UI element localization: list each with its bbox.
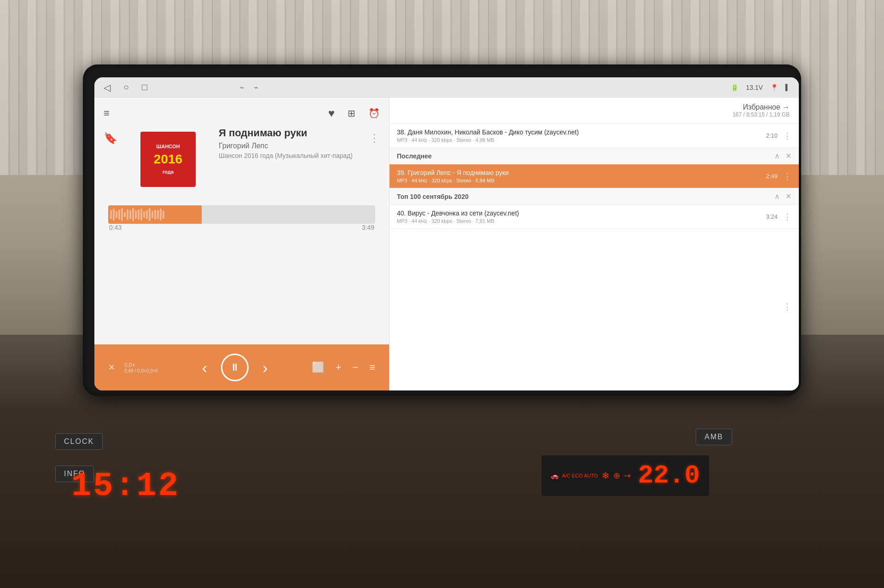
ac-temperature: 22.0 xyxy=(638,461,700,490)
nav-icons: ◁ ○ □ xyxy=(104,82,147,93)
clock-display: 15:12 xyxy=(71,467,180,505)
heat-arrow-icon: ↗ xyxy=(621,470,633,482)
amb-button[interactable]: AMB xyxy=(696,429,732,445)
voltage-display: 13.1V xyxy=(746,84,763,91)
track-row-39[interactable]: 39. Григорий Лепс - Я поднимаю руки MP3 … xyxy=(390,164,799,188)
pause-icon: ⏸ xyxy=(230,361,240,373)
ctrl-center: ‹ ⏸ › xyxy=(202,354,268,381)
track-39-more[interactable]: ⋮ xyxy=(783,171,791,181)
ac-icons: 🚗 A/C ECO AUTO ❄ ⊕ ↗ xyxy=(551,470,631,481)
battery-icon: 🔋 xyxy=(731,84,739,91)
progress-section: 0:43 3:49 xyxy=(104,205,380,236)
add-to-queue-button[interactable]: + xyxy=(335,361,341,373)
track-39-meta: MP3 · 44 kHz · 320 kbps · Stereo · 8,84 … xyxy=(397,178,766,183)
playlist-more-icon[interactable]: ⋮ xyxy=(783,302,791,312)
track-40-meta: MP3 · 44 kHz · 320 kbps · Stereo · 7,81 … xyxy=(397,218,766,224)
usb2-icon: ⌁ xyxy=(254,82,259,93)
track-40-more[interactable]: ⋮ xyxy=(783,212,791,222)
fan-icon: ⊕ xyxy=(613,471,620,481)
section-top100-icons: ∧ ✕ xyxy=(774,192,791,201)
remove-from-queue-button[interactable]: − xyxy=(352,361,358,373)
section-last-title: Последнее xyxy=(397,152,432,160)
waveform-bar[interactable] xyxy=(108,205,375,224)
ctrl-right: ⬜ + − ≡ xyxy=(312,361,375,373)
snowflake-icon: ❄ xyxy=(602,470,610,481)
playlist-panel: Избранное → 167 / 8:53:15 / 1,19 GB 38. … xyxy=(389,98,799,390)
section-top100-close-icon[interactable]: ✕ xyxy=(785,192,791,201)
track-40-title: 40. Вирус - Девчонка из сети (zaycev.net… xyxy=(397,210,766,217)
car-icon: 🚗 xyxy=(551,472,558,479)
favorites-header: Избранное → 167 / 8:53:15 / 1,19 GB xyxy=(390,98,799,124)
ctrl-left: ✕ 0,0+ 0,49 / 0,0+0,0+0 xyxy=(108,362,158,373)
play-pause-button[interactable]: ⏸ xyxy=(221,354,249,381)
playlist-spacer: ⋮ xyxy=(390,229,799,321)
clock-button[interactable]: CLOCK xyxy=(55,433,103,450)
left-panel-header: ≡ ♥ ⊞ ⏰ xyxy=(104,107,380,120)
time-current: 0:43 xyxy=(109,224,122,231)
recents-icon[interactable]: □ xyxy=(142,82,147,93)
bookmark-icon[interactable]: 🔖 xyxy=(104,132,117,145)
next-button[interactable]: › xyxy=(262,359,268,377)
album-year: 2016 xyxy=(154,150,182,168)
time-total: 3:49 xyxy=(362,224,374,231)
status-bar: ◁ ○ □ ⌁ ⌁ 🔋 13.1V 📍 ▌ xyxy=(94,77,799,98)
track-39-duration: 2:49 xyxy=(766,173,778,180)
track-38-title: 38. Даня Милохин, Николай Басков - Дико … xyxy=(397,128,766,136)
section-top100-title: Топ 100 сентябрь 2020 xyxy=(397,193,469,200)
section-collapse-icon[interactable]: ∧ xyxy=(774,151,780,160)
section-top100: Топ 100 сентябрь 2020 ∧ ✕ xyxy=(390,188,799,205)
track-39-info: 39. Григорий Лепс - Я поднимаю руки MP3 … xyxy=(397,169,766,183)
track-39-title: 39. Григорий Лепс - Я поднимаю руки xyxy=(397,169,766,176)
section-close-icon[interactable]: ✕ xyxy=(785,151,791,160)
track-info: Я поднимаю руки Григорий Лепс Шансон 201… xyxy=(219,127,353,159)
ac-display: 🚗 A/C ECO AUTO ❄ ⊕ ↗ 22.0 xyxy=(541,455,709,496)
back-icon[interactable]: ◁ xyxy=(104,82,110,93)
fullscreen-button[interactable]: ⬜ xyxy=(312,361,324,373)
favorites-title: Избранное → xyxy=(733,103,790,111)
heart-icon[interactable]: ♥ xyxy=(328,107,335,120)
section-last: Последнее ∧ ✕ xyxy=(390,148,799,164)
playback-info: 0,0+ 0,49 / 0,0+0,0+0 xyxy=(124,362,158,373)
equalizer-icon[interactable]: ⊞ xyxy=(348,108,355,119)
usb-icons: ⌁ ⌁ xyxy=(239,82,259,93)
track-38-more[interactable]: ⋮ xyxy=(783,131,791,141)
clock-icon[interactable]: ⏰ xyxy=(368,108,380,119)
screen: ◁ ○ □ ⌁ ⌁ 🔋 13.1V 📍 ▌ ≡ ♥ ⊞ ⏰ xyxy=(94,77,799,390)
section-top100-collapse-icon[interactable]: ∧ xyxy=(774,192,780,201)
home-icon[interactable]: ○ xyxy=(123,82,129,93)
track-38-meta: MP3 · 44 kHz · 320 kbps · Stereo · 4,98 … xyxy=(397,137,766,143)
track-artist: Григорий Лепс xyxy=(219,142,353,150)
usb1-icon: ⌁ xyxy=(239,82,244,93)
main-content: ≡ ♥ ⊞ ⏰ 🔖 ШАНСОН 2016 года xyxy=(94,98,799,390)
more-options-icon[interactable]: ⋮ xyxy=(369,132,380,145)
header-icons: ♥ ⊞ ⏰ xyxy=(328,107,380,120)
status-right: 🔋 13.1V 📍 ▌ xyxy=(731,84,790,91)
ac-label: A/C ECO AUTO xyxy=(562,472,598,479)
track-38-info: 38. Даня Милохин, Николай Басков - Дико … xyxy=(397,128,766,143)
signal-icon: ▌ xyxy=(785,84,790,91)
track-album: Шансон 2016 года (Музыкальный хит-парад) xyxy=(219,152,353,159)
now-playing-body: 🔖 ШАНСОН 2016 года Я поднимаю руки Григо… xyxy=(104,127,380,192)
album-text-line2: года xyxy=(154,169,182,175)
track-row-38[interactable]: 38. Даня Милохин, Николай Басков - Дико … xyxy=(390,124,799,148)
album-text-line1: ШАНСОН xyxy=(154,143,182,150)
playback-controls: ✕ 0,0+ 0,49 / 0,0+0,0+0 ‹ ⏸ › ⬜ + xyxy=(94,344,389,390)
time-display: 0:43 3:49 xyxy=(104,224,380,231)
track-38-duration: 2:10 xyxy=(766,132,778,139)
track-title: Я поднимаю руки xyxy=(219,127,353,139)
track-row-40[interactable]: 40. Вирус - Девчонка из сети (zaycev.net… xyxy=(390,205,799,229)
hamburger-menu[interactable]: ≡ xyxy=(104,107,110,119)
favorites-meta: 167 / 8:53:15 / 1,19 GB xyxy=(733,111,790,118)
album-art: ШАНСОН 2016 года xyxy=(140,132,196,187)
queue-menu-button[interactable]: ≡ xyxy=(369,361,375,373)
track-40-info: 40. Вирус - Девчонка из сети (zaycev.net… xyxy=(397,210,766,224)
prev-button[interactable]: ‹ xyxy=(202,359,207,377)
section-last-icons: ∧ ✕ xyxy=(774,151,791,160)
left-panel: ≡ ♥ ⊞ ⏰ 🔖 ШАНСОН 2016 года xyxy=(94,98,389,390)
location-icon: 📍 xyxy=(770,84,778,91)
track-40-duration: 3:24 xyxy=(766,213,778,220)
shuffle-button[interactable]: ✕ xyxy=(108,362,115,373)
